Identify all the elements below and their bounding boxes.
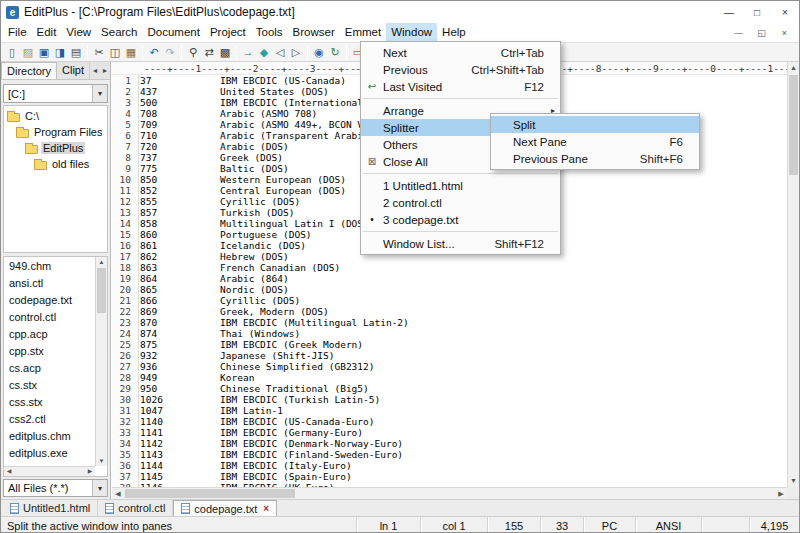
- code-line[interactable]: 301026IBM EBCDIC (Turkish Latin-5): [112, 394, 787, 405]
- doc-tab-untitled1-html[interactable]: Untitled1.html: [3, 500, 98, 516]
- file-item-editplus-exe[interactable]: editplus.exe: [4, 445, 95, 462]
- print-icon[interactable]: ▤: [68, 44, 84, 60]
- close-tab-icon[interactable]: ×: [263, 504, 269, 514]
- code-line[interactable]: 23870IBM EBCDIC (Multilingual Latin-2): [112, 317, 787, 328]
- open-file-icon[interactable]: ▨: [20, 44, 36, 60]
- menu-view[interactable]: View: [61, 23, 96, 42]
- window-menu-item-3-codepage-txt[interactable]: •3 codepage.txt: [361, 211, 560, 228]
- code-line[interactable]: 22869Greek, Modern (DOS): [112, 306, 787, 317]
- scrollbar-thumb[interactable]: [789, 75, 798, 175]
- menu-tools[interactable]: Tools: [251, 23, 288, 42]
- editor-vertical-scrollbar[interactable]: ▲ ▼: [787, 62, 799, 487]
- file-item-css-stx[interactable]: css.stx: [4, 394, 95, 411]
- file-item-css2-ctl[interactable]: css2.ctl: [4, 411, 95, 428]
- menu-help[interactable]: Help: [437, 23, 471, 42]
- file-item-codepage-txt[interactable]: codepage.txt: [4, 292, 95, 309]
- goto-line-icon[interactable]: →: [240, 44, 256, 60]
- find-in-files-icon[interactable]: ▩: [217, 44, 233, 60]
- child-restore-button[interactable]: ◱: [750, 23, 773, 42]
- prev-bookmark-icon[interactable]: ◁: [272, 44, 288, 60]
- code-line[interactable]: 371145IBM EBCDIC (Spain-Euro): [112, 471, 787, 482]
- panel-tab-clipt[interactable]: Clipt: [57, 62, 90, 79]
- code-line[interactable]: 25875IBM EBCDIC (Greek Modern): [112, 339, 787, 350]
- splitter-item-previous-pane[interactable]: Previous PaneShift+F6: [491, 150, 699, 167]
- scroll-right-icon[interactable]: ▶: [775, 488, 787, 499]
- file-item-cpp-acp[interactable]: cpp.acp: [4, 326, 95, 343]
- menu-project[interactable]: Project: [205, 23, 251, 42]
- scrollbar-thumb[interactable]: [97, 268, 106, 313]
- code-line[interactable]: 18863French Canadian (DOS): [112, 262, 787, 273]
- code-line[interactable]: 321140IBM EBCDIC (US-Canada-Euro): [112, 416, 787, 427]
- code-line[interactable]: 28949Korean: [112, 372, 787, 383]
- file-item-cs-stx[interactable]: cs.stx: [4, 377, 95, 394]
- panel-tab-scroll-left-icon[interactable]: ◂: [90, 66, 100, 75]
- scroll-left-icon[interactable]: ◀: [4, 467, 14, 476]
- window-menu-item-next[interactable]: NextCtrl+Tab: [361, 44, 560, 61]
- code-line[interactable]: 27936Chinese Simplified (GB2312): [112, 361, 787, 372]
- splitter-item-split[interactable]: Split: [491, 116, 699, 133]
- tree-item-c[interactable]: C:\: [4, 108, 107, 124]
- next-bookmark-icon[interactable]: ▷: [288, 44, 304, 60]
- code-line[interactable]: 21866Cyrillic (DOS): [112, 295, 787, 306]
- editor-horizontal-scrollbar[interactable]: ◀ ▶: [112, 487, 787, 499]
- code-line[interactable]: 19864Arabic (864): [112, 273, 787, 284]
- panel-tab-scroll-right-icon[interactable]: ▸: [100, 66, 110, 75]
- toggle-bookmark-icon[interactable]: ◆: [256, 44, 272, 60]
- drive-dropdown-icon[interactable]: ▾: [92, 85, 107, 102]
- tree-item-program-files[interactable]: Program Files: [4, 124, 107, 140]
- window-menu-item-2-control-ctl[interactable]: 2 control.ctl: [361, 194, 560, 211]
- file-filter-selector[interactable]: All Files (*.*) ▾: [3, 479, 108, 497]
- tree-item-editplus[interactable]: EditPlus: [4, 140, 107, 156]
- undo-icon[interactable]: ↶: [146, 44, 162, 60]
- file-list-vertical-scrollbar[interactable]: ▲ ▼: [95, 257, 107, 466]
- code-line[interactable]: 351143IBM EBCDIC (Finland-Sweden-Euro): [112, 449, 787, 460]
- scroll-left-icon[interactable]: ◀: [112, 488, 124, 499]
- file-item-ansi-ctl[interactable]: ansi.ctl: [4, 275, 95, 292]
- save-icon[interactable]: ▣: [36, 44, 52, 60]
- code-line[interactable]: 26932Japanese (Shift-JIS): [112, 350, 787, 361]
- child-close-button[interactable]: ×: [773, 23, 796, 42]
- code-line[interactable]: 20865Nordic (DOS): [112, 284, 787, 295]
- splitter-item-next-pane[interactable]: Next PaneF6: [491, 133, 699, 150]
- view-in-browser-icon[interactable]: ◉: [311, 44, 327, 60]
- menu-file[interactable]: File: [3, 23, 32, 42]
- copy-icon[interactable]: ◫: [107, 44, 123, 60]
- file-item-control-ctl[interactable]: control.ctl: [4, 309, 95, 326]
- new-document-icon[interactable]: ▯: [4, 44, 20, 60]
- code-line[interactable]: 341142IBM EBCDIC (Denmark-Norway-Euro): [112, 438, 787, 449]
- scroll-down-icon[interactable]: ▼: [788, 475, 799, 487]
- file-list-horizontal-scrollbar[interactable]: ◀ ▶: [4, 466, 95, 476]
- file-filter-dropdown-icon[interactable]: ▾: [92, 480, 107, 496]
- menu-edit[interactable]: Edit: [32, 23, 62, 42]
- file-item-cs-acp[interactable]: cs.acp: [4, 360, 95, 377]
- close-button[interactable]: ×: [771, 1, 799, 23]
- panel-tab-directory[interactable]: Directory: [1, 62, 57, 79]
- menu-window[interactable]: Window: [386, 23, 437, 42]
- menu-document[interactable]: Document: [143, 23, 205, 42]
- scroll-right-icon[interactable]: ▶: [85, 467, 95, 476]
- doc-tab-codepage-txt[interactable]: codepage.txt×: [173, 500, 277, 516]
- scroll-up-icon[interactable]: ▲: [788, 62, 799, 74]
- drive-selector[interactable]: [C:] ▾: [3, 84, 108, 103]
- find-icon[interactable]: ⚲: [185, 44, 201, 60]
- paste-icon[interactable]: ▦: [123, 44, 139, 60]
- scrollbar-thumb[interactable]: [125, 489, 295, 498]
- doc-tab-control-ctl[interactable]: control.ctl: [98, 500, 173, 516]
- code-line[interactable]: 311047IBM Latin-1: [112, 405, 787, 416]
- menu-browser[interactable]: Browser: [288, 23, 340, 42]
- scroll-down-icon[interactable]: ▼: [96, 456, 107, 466]
- child-minimize-button[interactable]: —: [727, 23, 750, 42]
- scroll-up-icon[interactable]: ▲: [96, 257, 107, 267]
- replace-icon[interactable]: ⇄: [201, 44, 217, 60]
- tree-item-old-files[interactable]: old files: [4, 156, 107, 172]
- code-line[interactable]: 29950Chinese Traditional (Big5): [112, 383, 787, 394]
- file-item-949-chm[interactable]: 949.chm: [4, 258, 95, 275]
- menu-emmet[interactable]: Emmet: [340, 23, 386, 42]
- save-all-icon[interactable]: ◨: [52, 44, 68, 60]
- file-item-editplus-chm[interactable]: editplus.chm: [4, 428, 95, 445]
- maximize-button[interactable]: □: [743, 1, 771, 23]
- browser-refresh-icon[interactable]: ↻: [327, 44, 343, 60]
- code-line[interactable]: 331141IBM EBCDIC (Germany-Euro): [112, 427, 787, 438]
- cut-icon[interactable]: ✂: [91, 44, 107, 60]
- window-menu-item-window-list[interactable]: Window List...Shift+F12: [361, 235, 560, 252]
